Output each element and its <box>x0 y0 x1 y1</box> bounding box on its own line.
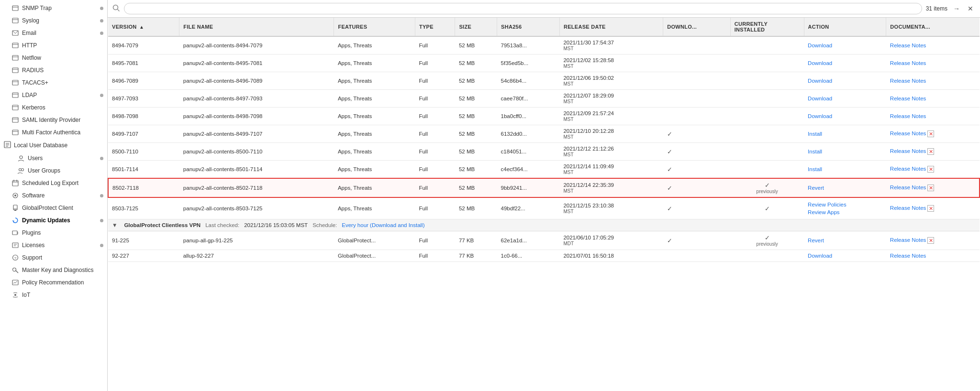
col-sha256[interactable]: SHA256 <box>497 18 560 36</box>
col-release-date[interactable]: RELEASE DATE <box>559 18 663 36</box>
release-notes-link[interactable]: Release Notes <box>890 166 926 172</box>
sidebar-item-iot[interactable]: IoT <box>0 289 107 301</box>
td-downloaded: ✓ <box>663 125 731 143</box>
next-button[interactable]: → <box>951 4 962 13</box>
sidebar-item-snmp-trap[interactable]: SNMP Trap <box>0 2 107 14</box>
sidebar-item-mfa[interactable]: Multi Factor Authentica <box>0 126 107 139</box>
sidebar-item-local-user-db[interactable]: Local User Database <box>0 139 107 152</box>
td-documentation[interactable]: Release Notes ✕ <box>886 231 980 250</box>
release-notes-link[interactable]: Release Notes <box>890 237 926 243</box>
release-notes-link[interactable]: Release Notes <box>890 78 926 84</box>
download-link[interactable]: Download <box>808 253 832 259</box>
td-documentation[interactable]: Release Notes ✕ <box>886 197 980 219</box>
col-documentation[interactable]: DOCUMENTA... <box>886 18 980 36</box>
td-action[interactable]: Revert <box>804 231 886 250</box>
td-documentation[interactable]: Release Notes <box>886 36 980 54</box>
expand-icon[interactable]: ▼ <box>112 222 117 228</box>
cancel-icon[interactable]: ✕ <box>927 130 934 137</box>
sidebar-item-globalprotect-client[interactable]: GlobalProtect Client <box>0 202 107 214</box>
td-action[interactable]: Download <box>804 72 886 90</box>
last-checked-value: 2021/12/16 15:03:05 MST <box>244 222 308 228</box>
release-notes-link[interactable]: Release Notes <box>890 60 926 66</box>
td-action[interactable]: Download <box>804 36 886 54</box>
td-action[interactable]: Download <box>804 108 886 125</box>
schedule-link[interactable]: Every hour (Download and Install) <box>342 222 424 228</box>
release-notes-link[interactable]: Release Notes <box>890 96 926 101</box>
sidebar-item-saml[interactable]: SAML Identity Provider <box>0 114 107 126</box>
td-documentation[interactable]: Release Notes <box>886 72 980 90</box>
col-download[interactable]: DOWNLO... <box>663 18 731 36</box>
close-button[interactable]: ✕ <box>966 4 975 13</box>
td-size: 77 KB <box>455 231 497 250</box>
col-version[interactable]: VERSION ▲ <box>108 18 179 36</box>
td-documentation[interactable]: Release Notes ✕ <box>886 125 980 143</box>
install-link[interactable]: Install <box>808 149 822 154</box>
sidebar-item-master-key[interactable]: Master Key and Diagnostics <box>0 264 107 276</box>
td-action[interactable]: Install <box>804 143 886 161</box>
search-input[interactable] <box>124 3 922 14</box>
col-filename[interactable]: FILE NAME <box>179 18 334 36</box>
sidebar-item-licenses[interactable]: Licenses <box>0 239 107 251</box>
release-notes-link[interactable]: Release Notes <box>890 113 926 119</box>
td-action[interactable]: Install <box>804 161 886 179</box>
download-link[interactable]: Download <box>808 60 832 66</box>
install-link[interactable]: Install <box>808 166 822 172</box>
td-documentation[interactable]: Release Notes <box>886 108 980 125</box>
td-documentation[interactable]: Release Notes ✕ <box>886 161 980 179</box>
cancel-icon[interactable]: ✕ <box>927 166 934 173</box>
sidebar-item-kerberos[interactable]: Kerberos <box>0 101 107 114</box>
sidebar-item-syslog[interactable]: Syslog <box>0 14 107 27</box>
td-documentation[interactable]: Release Notes ✕ <box>886 143 980 161</box>
revert-link[interactable]: Revert <box>808 185 824 191</box>
revert-link[interactable]: Revert <box>808 238 824 243</box>
td-action[interactable]: Review PoliciesReview Apps <box>804 197 886 219</box>
col-size[interactable]: SIZE <box>455 18 497 36</box>
sidebar-item-support[interactable]: ? Support <box>0 251 107 264</box>
cancel-icon[interactable]: ✕ <box>927 205 934 212</box>
td-action[interactable]: Download <box>804 250 886 262</box>
size-value: 77 KB <box>459 253 474 259</box>
td-documentation[interactable]: Release Notes <box>886 250 980 262</box>
review-policies-link[interactable]: Review Policies <box>808 201 882 208</box>
sidebar-item-ldap[interactable]: LDAP <box>0 89 107 101</box>
sidebar-item-dynamic-updates[interactable]: Dynamic Updates <box>0 214 107 227</box>
sidebar-item-software[interactable]: Software <box>0 189 107 202</box>
td-action[interactable]: Download <box>804 90 886 108</box>
td-documentation[interactable]: Release Notes <box>886 54 980 72</box>
cancel-icon[interactable]: ✕ <box>927 148 934 155</box>
sidebar-item-tacacs[interactable]: TACACS+ <box>0 76 107 89</box>
release-notes-link[interactable]: Release Notes <box>890 253 926 259</box>
sidebar-item-scheduled-log-export[interactable]: Scheduled Log Export <box>0 177 107 189</box>
sidebar-item-policy-rec[interactable]: Policy Recommendation <box>0 276 107 289</box>
td-documentation[interactable]: Release Notes ✕ <box>886 178 980 197</box>
cancel-icon[interactable]: ✕ <box>927 185 934 191</box>
sidebar-item-user-groups[interactable]: User Groups <box>0 164 107 177</box>
td-action[interactable]: Revert <box>804 178 886 197</box>
sidebar-item-email[interactable]: Email <box>0 27 107 39</box>
td-action[interactable]: Install <box>804 125 886 143</box>
sidebar-item-netflow[interactable]: Netflow <box>0 52 107 64</box>
download-link[interactable]: Download <box>808 43 832 48</box>
download-link[interactable]: Download <box>808 96 832 101</box>
td-features: Apps, Threats <box>334 143 415 161</box>
col-currently-installed[interactable]: CURRENTLYINSTALLED <box>730 18 804 36</box>
sidebar-item-http[interactable]: HTTP <box>0 39 107 52</box>
sidebar-item-radius[interactable]: RADIUS <box>0 64 107 76</box>
release-notes-link[interactable]: Release Notes <box>890 185 926 190</box>
review-apps-link[interactable]: Review Apps <box>808 208 882 216</box>
col-action[interactable]: ACTION <box>804 18 886 36</box>
sidebar-item-plugins[interactable]: Plugins <box>0 227 107 239</box>
release-notes-link[interactable]: Release Notes <box>890 148 926 154</box>
td-documentation[interactable]: Release Notes <box>886 90 980 108</box>
col-features[interactable]: FEATURES <box>334 18 415 36</box>
download-link[interactable]: Download <box>808 113 832 119</box>
release-notes-link[interactable]: Release Notes <box>890 130 926 136</box>
cancel-icon[interactable]: ✕ <box>927 237 934 244</box>
release-notes-link[interactable]: Release Notes <box>890 43 926 48</box>
install-link[interactable]: Install <box>808 131 822 137</box>
download-link[interactable]: Download <box>808 78 832 84</box>
col-type[interactable]: TYPE <box>415 18 455 36</box>
sidebar-item-users[interactable]: Users <box>0 152 107 164</box>
release-notes-link[interactable]: Release Notes <box>890 205 926 211</box>
td-action[interactable]: Download <box>804 54 886 72</box>
